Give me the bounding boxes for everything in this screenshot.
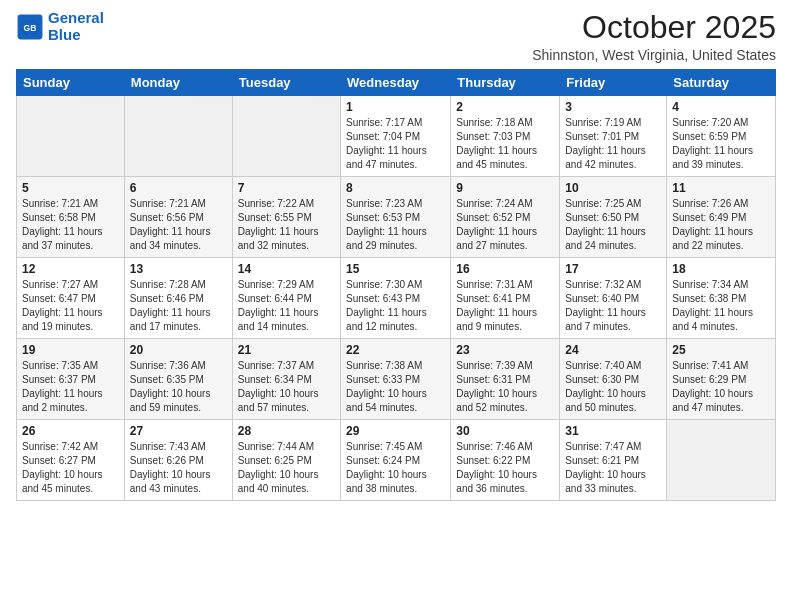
day-number: 24: [565, 343, 661, 357]
page: GB General Blue October 2025 Shinnston, …: [0, 0, 792, 612]
day-info: Sunrise: 7:36 AMSunset: 6:35 PMDaylight:…: [130, 359, 227, 415]
calendar: Sunday Monday Tuesday Wednesday Thursday…: [16, 69, 776, 501]
day-number: 13: [130, 262, 227, 276]
title-block: October 2025 Shinnston, West Virginia, U…: [532, 10, 776, 63]
day-info: Sunrise: 7:27 AMSunset: 6:47 PMDaylight:…: [22, 278, 119, 334]
table-row: 13Sunrise: 7:28 AMSunset: 6:46 PMDayligh…: [124, 258, 232, 339]
table-row: [124, 96, 232, 177]
logo-line2: Blue: [48, 26, 81, 43]
day-info: Sunrise: 7:45 AMSunset: 6:24 PMDaylight:…: [346, 440, 445, 496]
day-info: Sunrise: 7:21 AMSunset: 6:56 PMDaylight:…: [130, 197, 227, 253]
logo-line1: General: [48, 9, 104, 26]
day-number: 15: [346, 262, 445, 276]
day-info: Sunrise: 7:24 AMSunset: 6:52 PMDaylight:…: [456, 197, 554, 253]
day-info: Sunrise: 7:26 AMSunset: 6:49 PMDaylight:…: [672, 197, 770, 253]
day-info: Sunrise: 7:42 AMSunset: 6:27 PMDaylight:…: [22, 440, 119, 496]
logo-icon: GB: [16, 13, 44, 41]
day-info: Sunrise: 7:44 AMSunset: 6:25 PMDaylight:…: [238, 440, 335, 496]
day-info: Sunrise: 7:37 AMSunset: 6:34 PMDaylight:…: [238, 359, 335, 415]
day-number: 30: [456, 424, 554, 438]
day-number: 29: [346, 424, 445, 438]
day-number: 18: [672, 262, 770, 276]
day-info: Sunrise: 7:31 AMSunset: 6:41 PMDaylight:…: [456, 278, 554, 334]
table-row: 11Sunrise: 7:26 AMSunset: 6:49 PMDayligh…: [667, 177, 776, 258]
day-info: Sunrise: 7:19 AMSunset: 7:01 PMDaylight:…: [565, 116, 661, 172]
day-number: 4: [672, 100, 770, 114]
table-row: 26Sunrise: 7:42 AMSunset: 6:27 PMDayligh…: [17, 420, 125, 501]
day-info: Sunrise: 7:46 AMSunset: 6:22 PMDaylight:…: [456, 440, 554, 496]
table-row: 1Sunrise: 7:17 AMSunset: 7:04 PMDaylight…: [341, 96, 451, 177]
table-row: 25Sunrise: 7:41 AMSunset: 6:29 PMDayligh…: [667, 339, 776, 420]
col-thursday: Thursday: [451, 70, 560, 96]
day-info: Sunrise: 7:21 AMSunset: 6:58 PMDaylight:…: [22, 197, 119, 253]
table-row: [667, 420, 776, 501]
day-number: 6: [130, 181, 227, 195]
day-number: 23: [456, 343, 554, 357]
table-row: [17, 96, 125, 177]
calendar-row: 19Sunrise: 7:35 AMSunset: 6:37 PMDayligh…: [17, 339, 776, 420]
day-number: 1: [346, 100, 445, 114]
day-number: 11: [672, 181, 770, 195]
table-row: 2Sunrise: 7:18 AMSunset: 7:03 PMDaylight…: [451, 96, 560, 177]
table-row: 30Sunrise: 7:46 AMSunset: 6:22 PMDayligh…: [451, 420, 560, 501]
day-number: 12: [22, 262, 119, 276]
col-monday: Monday: [124, 70, 232, 96]
table-row: 17Sunrise: 7:32 AMSunset: 6:40 PMDayligh…: [560, 258, 667, 339]
day-number: 3: [565, 100, 661, 114]
day-number: 20: [130, 343, 227, 357]
day-info: Sunrise: 7:38 AMSunset: 6:33 PMDaylight:…: [346, 359, 445, 415]
table-row: 12Sunrise: 7:27 AMSunset: 6:47 PMDayligh…: [17, 258, 125, 339]
table-row: 19Sunrise: 7:35 AMSunset: 6:37 PMDayligh…: [17, 339, 125, 420]
day-number: 17: [565, 262, 661, 276]
day-info: Sunrise: 7:35 AMSunset: 6:37 PMDaylight:…: [22, 359, 119, 415]
table-row: 31Sunrise: 7:47 AMSunset: 6:21 PMDayligh…: [560, 420, 667, 501]
calendar-row: 26Sunrise: 7:42 AMSunset: 6:27 PMDayligh…: [17, 420, 776, 501]
day-number: 10: [565, 181, 661, 195]
table-row: 5Sunrise: 7:21 AMSunset: 6:58 PMDaylight…: [17, 177, 125, 258]
day-number: 28: [238, 424, 335, 438]
col-sunday: Sunday: [17, 70, 125, 96]
day-info: Sunrise: 7:32 AMSunset: 6:40 PMDaylight:…: [565, 278, 661, 334]
table-row: 22Sunrise: 7:38 AMSunset: 6:33 PMDayligh…: [341, 339, 451, 420]
logo: GB General Blue: [16, 10, 104, 43]
col-saturday: Saturday: [667, 70, 776, 96]
table-row: 14Sunrise: 7:29 AMSunset: 6:44 PMDayligh…: [232, 258, 340, 339]
location: Shinnston, West Virginia, United States: [532, 47, 776, 63]
table-row: 10Sunrise: 7:25 AMSunset: 6:50 PMDayligh…: [560, 177, 667, 258]
table-row: 8Sunrise: 7:23 AMSunset: 6:53 PMDaylight…: [341, 177, 451, 258]
table-row: 27Sunrise: 7:43 AMSunset: 6:26 PMDayligh…: [124, 420, 232, 501]
day-info: Sunrise: 7:34 AMSunset: 6:38 PMDaylight:…: [672, 278, 770, 334]
calendar-header-row: Sunday Monday Tuesday Wednesday Thursday…: [17, 70, 776, 96]
table-row: 23Sunrise: 7:39 AMSunset: 6:31 PMDayligh…: [451, 339, 560, 420]
day-number: 31: [565, 424, 661, 438]
day-number: 26: [22, 424, 119, 438]
table-row: 4Sunrise: 7:20 AMSunset: 6:59 PMDaylight…: [667, 96, 776, 177]
table-row: 24Sunrise: 7:40 AMSunset: 6:30 PMDayligh…: [560, 339, 667, 420]
col-friday: Friday: [560, 70, 667, 96]
col-wednesday: Wednesday: [341, 70, 451, 96]
day-number: 7: [238, 181, 335, 195]
month-title: October 2025: [532, 10, 776, 45]
day-number: 19: [22, 343, 119, 357]
calendar-row: 5Sunrise: 7:21 AMSunset: 6:58 PMDaylight…: [17, 177, 776, 258]
day-number: 9: [456, 181, 554, 195]
table-row: 15Sunrise: 7:30 AMSunset: 6:43 PMDayligh…: [341, 258, 451, 339]
day-info: Sunrise: 7:28 AMSunset: 6:46 PMDaylight:…: [130, 278, 227, 334]
day-number: 16: [456, 262, 554, 276]
table-row: 6Sunrise: 7:21 AMSunset: 6:56 PMDaylight…: [124, 177, 232, 258]
table-row: 16Sunrise: 7:31 AMSunset: 6:41 PMDayligh…: [451, 258, 560, 339]
table-row: 18Sunrise: 7:34 AMSunset: 6:38 PMDayligh…: [667, 258, 776, 339]
day-info: Sunrise: 7:29 AMSunset: 6:44 PMDaylight:…: [238, 278, 335, 334]
day-info: Sunrise: 7:40 AMSunset: 6:30 PMDaylight:…: [565, 359, 661, 415]
svg-text:GB: GB: [24, 22, 37, 32]
table-row: 21Sunrise: 7:37 AMSunset: 6:34 PMDayligh…: [232, 339, 340, 420]
day-number: 25: [672, 343, 770, 357]
table-row: 28Sunrise: 7:44 AMSunset: 6:25 PMDayligh…: [232, 420, 340, 501]
day-info: Sunrise: 7:30 AMSunset: 6:43 PMDaylight:…: [346, 278, 445, 334]
header: GB General Blue October 2025 Shinnston, …: [16, 10, 776, 63]
calendar-row: 1Sunrise: 7:17 AMSunset: 7:04 PMDaylight…: [17, 96, 776, 177]
table-row: 20Sunrise: 7:36 AMSunset: 6:35 PMDayligh…: [124, 339, 232, 420]
table-row: 9Sunrise: 7:24 AMSunset: 6:52 PMDaylight…: [451, 177, 560, 258]
day-number: 22: [346, 343, 445, 357]
day-number: 14: [238, 262, 335, 276]
